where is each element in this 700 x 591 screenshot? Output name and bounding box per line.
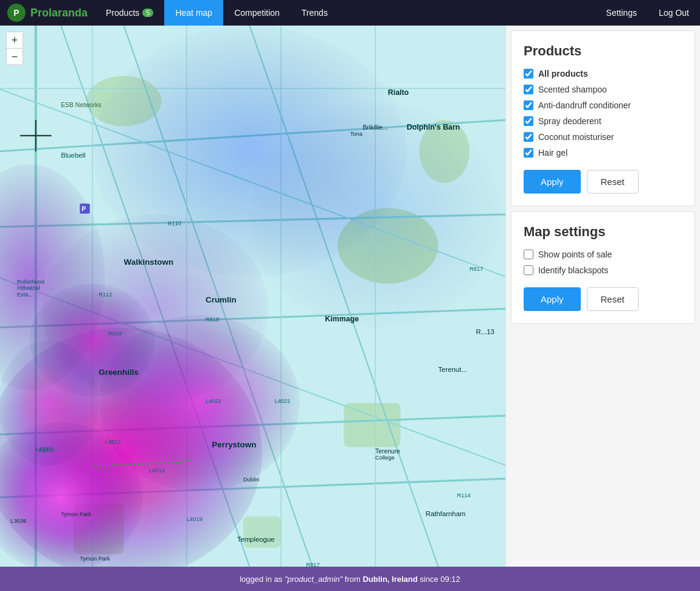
svg-text:Crumlin: Crumlin (206, 295, 237, 304)
main-content: Bluebell Robinhood Industrial Esta... Wa… (0, 26, 700, 567)
svg-text:Tymon Park: Tymon Park (80, 556, 110, 562)
svg-text:Terenut...: Terenut... (438, 366, 466, 373)
show-pos-label: Show points of sale (538, 250, 612, 259)
brand-name: Prolaranda (30, 7, 88, 19)
spray-deoderent-checkbox-item[interactable]: Spray deoderent (524, 116, 682, 126)
svg-rect-7 (243, 516, 281, 548)
svg-text:L3270: L3270 (39, 447, 55, 453)
svg-text:R818: R818 (206, 316, 219, 323)
map-settings-reset-button[interactable]: Reset (587, 287, 639, 311)
scented-shampoo-checkbox[interactable] (524, 85, 533, 94)
map-settings-btn-row: Apply Reset (524, 287, 682, 311)
svg-text:Kimmage: Kimmage (325, 315, 359, 323)
svg-text:R817: R817 (470, 266, 483, 272)
nav-item-logout[interactable]: Log Out (648, 0, 700, 26)
spray-deoderent-checkbox[interactable] (524, 116, 533, 126)
svg-text:R819: R819 (108, 330, 122, 337)
svg-text:L4021: L4021 (275, 398, 291, 404)
hair-gel-checkbox[interactable] (524, 148, 533, 158)
svg-text:Terenure: Terenure (375, 448, 400, 455)
all-products-checkbox-item[interactable]: All products (524, 69, 682, 79)
nav-item-competition[interactable]: Competition (223, 0, 291, 26)
zoom-out-button[interactable]: − (7, 49, 23, 65)
brand-icon: P (7, 4, 26, 22)
hair-gel-label: Hair gel (538, 148, 567, 158)
svg-text:Dolphin's Barn: Dolphin's Barn (407, 123, 460, 131)
svg-text:Robinhood: Robinhood (17, 279, 44, 285)
show-pos-checkbox[interactable] (524, 250, 533, 259)
svg-text:Greenhills: Greenhills (99, 368, 139, 377)
products-apply-button[interactable]: Apply (524, 170, 581, 194)
nav-item-trends[interactable]: Trends (291, 0, 339, 26)
scented-shampoo-checkbox-item[interactable]: Scented shampoo (524, 85, 682, 94)
svg-text:Esta...: Esta... (17, 292, 33, 298)
svg-text:Tymon Park: Tymon Park (61, 511, 91, 517)
identify-blackspots-checkbox[interactable] (524, 265, 533, 275)
all-products-label: All products (538, 69, 588, 79)
antidandruff-checkbox[interactable] (524, 100, 533, 110)
identify-blackspots-checkbox-item[interactable]: Identify blackspots (524, 265, 682, 275)
map-settings-title: Map settings (524, 224, 682, 240)
svg-text:R...13: R...13 (476, 328, 494, 335)
identify-blackspots-label: Identify blackspots (538, 265, 608, 275)
svg-text:Industrial: Industrial (17, 285, 40, 291)
svg-text:L4019: L4019 (187, 516, 203, 522)
svg-point-16 (249, 101, 501, 327)
map-settings-panel: Map settings Show points of sale Identif… (511, 211, 695, 324)
svg-text:L3036: L3036 (11, 518, 27, 524)
map-zoom-controls: + − (6, 32, 23, 65)
nav-right: Settings Log Out (595, 0, 700, 26)
products-reset-button[interactable]: Reset (587, 170, 639, 194)
svg-text:R114: R114 (457, 492, 470, 498)
svg-text:L4512: L4512 (105, 439, 121, 445)
svg-text:Perrystown: Perrystown (212, 440, 256, 449)
scented-shampoo-label: Scented shampoo (538, 85, 607, 94)
svg-text:R817: R817 (306, 562, 319, 567)
navbar: P Prolaranda Products 5 Heat map Competi… (0, 0, 700, 26)
brand-logo[interactable]: P Prolaranda (0, 4, 95, 22)
svg-text:Bluebell: Bluebell (61, 152, 85, 159)
nav-item-settings[interactable]: Settings (595, 0, 648, 26)
all-products-checkbox[interactable] (524, 69, 533, 79)
products-btn-row: Apply Reset (524, 170, 682, 194)
hair-gel-checkbox-item[interactable]: Hair gel (524, 148, 682, 158)
map-area[interactable]: Bluebell Robinhood Industrial Esta... Wa… (0, 26, 505, 567)
antidandruff-checkbox-item[interactable]: Anti-dandruff conditioner (524, 100, 682, 110)
nav-item-heatmap[interactable]: Heat map (164, 0, 223, 26)
products-badge: 5 (142, 9, 153, 17)
svg-text:Rathfarnham: Rathfarnham (426, 510, 466, 517)
svg-text:ESB Networks: ESB Networks (61, 102, 102, 108)
svg-text:Brikillie...: Brikillie... (362, 124, 387, 131)
svg-text:R110: R110 (168, 220, 182, 227)
coconut-moisturiser-checkbox[interactable] (524, 132, 533, 142)
svg-text:L4022: L4022 (206, 398, 221, 404)
svg-text:Dublin: Dublin (243, 477, 259, 483)
nav-items: Products 5 Heat map Competition Trends (95, 0, 595, 26)
svg-text:R112: R112 (99, 292, 112, 298)
products-panel-title: Products (524, 43, 682, 59)
svg-text:Rialto: Rialto (388, 88, 409, 97)
products-panel: Products All products Scented shampoo An… (511, 30, 695, 206)
svg-text:L4013: L4013 (149, 467, 165, 474)
footer-text: logged in as "product_admin" from Dublin… (240, 575, 460, 584)
svg-rect-5 (344, 403, 400, 447)
footer: logged in as "product_admin" from Dublin… (0, 567, 700, 591)
spray-deoderent-label: Spray deoderent (538, 116, 601, 126)
svg-text:Templeogue: Templeogue (237, 536, 275, 543)
antidandruff-label: Anti-dandruff conditioner (538, 100, 631, 110)
coconut-moisturiser-label: Coconut moisturiser (538, 132, 614, 142)
svg-text:Tona: Tona (350, 131, 363, 137)
map-canvas: Bluebell Robinhood Industrial Esta... Wa… (0, 26, 505, 567)
show-pos-checkbox-item[interactable]: Show points of sale (524, 250, 682, 259)
svg-text:P: P (81, 206, 86, 212)
sidebar: Products All products Scented shampoo An… (505, 26, 700, 567)
nav-item-products[interactable]: Products 5 (95, 0, 164, 26)
map-settings-apply-button[interactable]: Apply (524, 287, 581, 311)
zoom-in-button[interactable]: + (7, 32, 23, 48)
svg-text:College: College (375, 455, 395, 461)
svg-text:Walkinstown: Walkinstown (124, 257, 174, 267)
coconut-moisturiser-checkbox-item[interactable]: Coconut moisturiser (524, 132, 682, 142)
